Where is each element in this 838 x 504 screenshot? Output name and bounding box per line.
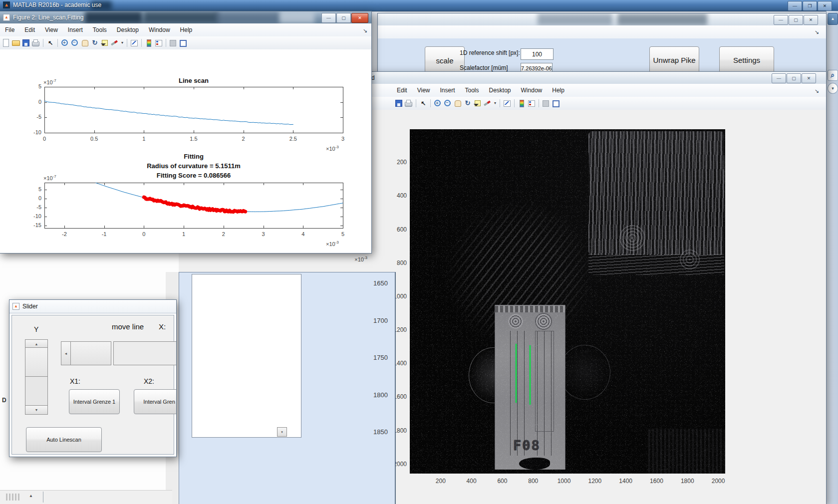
maximize-button[interactable]: ▢ [336,13,351,23]
y-slider-track[interactable] [25,376,48,407]
sidebar-collapse-tab[interactable]: ▲ [828,13,838,25]
menu-item-edit[interactable]: Edit [19,26,40,33]
x-slider-left-button[interactable]: ◄ [61,341,71,365]
menu-item-help[interactable]: Help [547,87,569,94]
ref-shift-input[interactable] [521,48,554,60]
tick-label: 600 [491,478,513,485]
tick-label: 3 [334,136,352,142]
legend-icon[interactable] [527,99,536,107]
menu-item-desktop[interactable]: Desktop [484,87,516,94]
scale-button-label: scale [436,56,453,65]
dock-arrow-icon[interactable]: ↘ [815,29,819,35]
x-exponent-label: ×10-3 [326,145,339,152]
open-icon[interactable] [11,39,20,47]
interferogram-image[interactable]: F08 [410,129,725,474]
data-cursor-icon[interactable] [100,39,109,47]
menu-item-view[interactable]: View [40,26,63,33]
x-slider-thumb[interactable] [70,341,111,365]
scale-button[interactable]: scale [425,46,465,74]
new-icon[interactable] [1,39,10,47]
restore-button[interactable]: ❐ [803,1,817,11]
close-button[interactable]: ✕ [804,15,818,25]
dock-arrow-icon[interactable]: ↘ [815,88,819,94]
linescan-title: Line scan [119,77,269,84]
print-icon[interactable] [31,39,40,47]
pan-icon[interactable] [80,39,89,47]
menu-item-edit[interactable]: Edit [392,87,412,94]
brush-dropdown-icon[interactable]: ▾ [493,99,497,107]
interval-grenze2-button[interactable]: Interval Gren [134,389,177,414]
brush-dropdown-icon[interactable]: ▾ [120,39,124,47]
auto-linescan-button[interactable]: Auto Linescan [26,427,102,452]
zoom-in-icon[interactable] [433,99,442,107]
close-button[interactable]: ✕ [351,13,368,23]
expand-arrow-icon[interactable]: ▲ [29,494,33,498]
toolbar-separator [57,39,58,47]
brush-icon[interactable] [483,99,492,107]
tick-label: 0 [23,99,41,105]
minimize-button[interactable]: — [774,15,788,25]
pan-icon[interactable] [453,99,462,107]
menu-item-view[interactable]: View [412,87,435,94]
tick-label: 4 [294,231,312,237]
menu-item-insert[interactable]: Insert [435,87,460,94]
interval-grenze1-button[interactable]: Interval Grenze 1 [69,389,120,414]
listbox-scroll-button[interactable]: ▾ [277,427,287,437]
menu-item-help[interactable]: Help [175,26,198,33]
line-scan-plot[interactable] [44,87,344,134]
maximize-button[interactable]: ▢ [787,73,801,83]
matlab-logo-icon: ▲ [3,1,10,8]
minimize-button[interactable]: — [772,73,786,83]
menu-item-file[interactable]: File [0,26,19,33]
minimize-button[interactable]: — [788,1,802,11]
maximize-button[interactable]: ▢ [789,15,803,25]
data-cursor-icon[interactable] [473,99,482,107]
cursor-icon[interactable]: ↖ [46,39,55,47]
print-icon[interactable] [404,99,413,107]
menu-item-tools[interactable]: Tools [88,26,112,33]
move-line-label: move line [112,322,144,331]
dock-arrow-icon[interactable]: ↘ [363,27,367,34]
desktop-right-sidebar: ▲ ⌕ ▾ [826,11,838,504]
resize-grip-icon[interactable] [6,494,7,501]
cursor-icon[interactable]: ↖ [419,99,428,107]
menu-item-tools[interactable]: Tools [460,87,484,94]
zoom-out-icon[interactable] [70,39,79,47]
plot-tools-on-icon[interactable] [552,99,560,107]
menu-item-desktop[interactable]: Desktop [112,26,144,33]
y-slider-down-button[interactable]: ▼ [25,405,48,415]
search-button[interactable]: ⌕ [828,70,838,81]
settings-button[interactable]: Settings [719,46,774,73]
save-icon[interactable] [21,39,30,47]
close-icon: ✕ [823,3,827,8]
menu-item-window[interactable]: Window [144,26,175,33]
close-button[interactable]: ✕ [818,1,832,11]
image-figure-titlebar: d — ▢ ✕ [368,72,826,84]
fitting-subtitle2: Fitting Score = 0.086566 [94,172,293,179]
interval-grenze1-label: Interval Grenze 1 [73,399,115,405]
menu-item-window[interactable]: Window [516,87,548,94]
rotate-icon[interactable]: ↻ [463,99,472,107]
plot-tools-on-icon[interactable] [179,39,188,47]
close-button[interactable]: ✕ [802,73,816,83]
save-icon[interactable] [394,99,403,107]
link-plots-icon[interactable] [130,39,139,47]
colorbar-icon[interactable] [144,39,153,47]
y-slider-thumb[interactable] [25,347,48,378]
menu-item-insert[interactable]: Insert [63,26,88,33]
panel-menu-button[interactable]: ▾ [828,83,838,94]
x-slider-track[interactable] [113,341,177,365]
zoom-in-icon[interactable] [60,39,69,47]
plot-tools-off-icon[interactable] [542,99,551,107]
minimize-button[interactable]: — [321,13,336,23]
brush-icon[interactable] [110,39,119,47]
rotate-icon[interactable]: ↻ [90,39,99,47]
fitting-plot[interactable] [44,183,344,229]
colorbar-icon[interactable] [517,99,526,107]
listbox[interactable] [192,274,301,438]
unwrap-pike-button[interactable]: Unwrap Pike [649,46,699,73]
zoom-out-icon[interactable] [443,99,452,107]
plot-tools-off-icon[interactable] [169,39,178,47]
link-plots-icon[interactable] [503,99,512,107]
legend-icon[interactable] [154,39,163,47]
